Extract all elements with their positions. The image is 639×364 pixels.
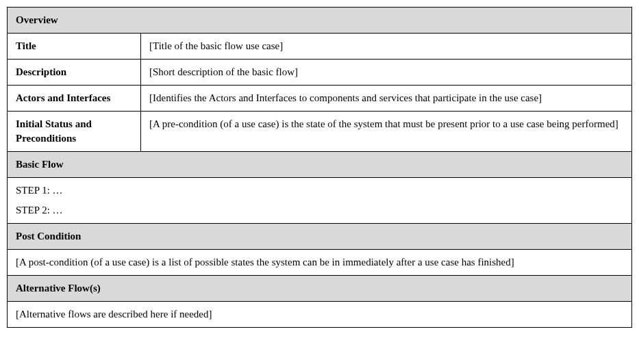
step-2: STEP 2: …: [16, 203, 623, 218]
post-condition-value: [A post-condition (of a use case) is a l…: [8, 250, 632, 276]
use-case-template-table: Overview Title [Title of the basic flow …: [7, 7, 632, 328]
description-value: [Short description of the basic flow]: [141, 60, 632, 86]
alternative-flows-value: [Alternative flows are described here if…: [8, 302, 632, 328]
basic-flow-steps: STEP 1: … STEP 2: …: [8, 178, 632, 224]
step-1: STEP 1: …: [16, 183, 623, 198]
description-label: Description: [8, 60, 141, 86]
initial-status-label: Initial Status and Preconditions: [8, 112, 141, 152]
basic-flow-header: Basic Flow: [8, 152, 632, 178]
title-label: Title: [8, 34, 141, 60]
post-condition-header: Post Condition: [8, 224, 632, 250]
overview-header: Overview: [8, 8, 632, 34]
title-value: [Title of the basic flow use case]: [141, 34, 632, 60]
alternative-flows-header: Alternative Flow(s): [8, 276, 632, 302]
actors-value: [Identifies the Actors and Interfaces to…: [141, 86, 632, 112]
actors-label: Actors and Interfaces: [8, 86, 141, 112]
initial-status-value: [A pre-condition (of a use case) is the …: [141, 112, 632, 152]
